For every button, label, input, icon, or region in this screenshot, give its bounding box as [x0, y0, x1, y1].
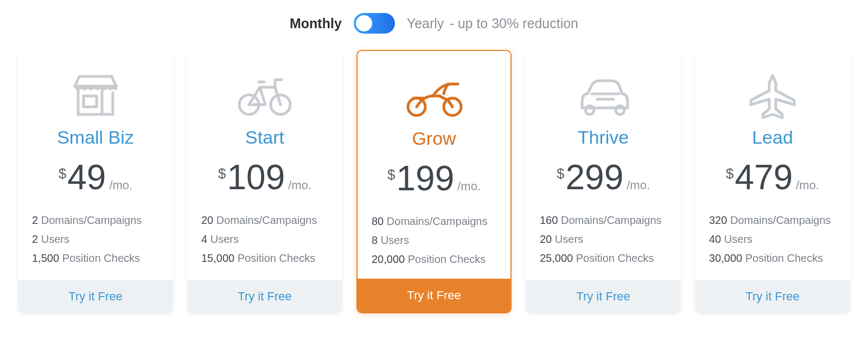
svg-point-6 [616, 106, 624, 114]
plan-name: Lead [709, 127, 836, 148]
plan-features: 160 Domains/Campaigns 20 Users 25,000 Po… [540, 211, 667, 268]
try-free-button[interactable]: Try it Free [526, 280, 681, 313]
svg-point-5 [585, 106, 594, 114]
plan-price: $ 109 /mo. [201, 160, 328, 195]
plan-card-thrive: Thrive $ 299 /mo. 160 Domains/Campaigns … [526, 50, 681, 313]
try-free-button[interactable]: Try it Free [18, 280, 173, 313]
plan-features: 2 Domains/Campaigns 2 Users 1,500 Positi… [32, 211, 159, 268]
plan-name: Start [201, 127, 328, 148]
plan-name: Grow [372, 128, 496, 149]
monthly-toggle-label[interactable]: Monthly [290, 16, 342, 31]
plan-card-start: Start $ 109 /mo. 20 Domains/Campaigns 4 … [187, 50, 342, 313]
yearly-discount-note: - up to 30% reduction [449, 16, 578, 31]
plan-price: $ 49 /mo. [32, 160, 159, 195]
plan-name: Small Biz [32, 127, 159, 148]
car-icon [540, 69, 667, 121]
plan-features: 320 Domains/Campaigns 40 Users 30,000 Po… [709, 211, 836, 268]
try-free-button[interactable]: Try it Free [358, 279, 510, 312]
plan-name: Thrive [540, 127, 667, 148]
plan-features: 80 Domains/Campaigns 8 Users 20,000 Posi… [372, 212, 496, 269]
plan-price: $ 199 /mo. [372, 161, 496, 196]
motorcycle-icon [372, 70, 496, 123]
yearly-toggle-label[interactable]: Yearly [407, 16, 444, 31]
bicycle-icon [201, 69, 328, 121]
airplane-icon [709, 69, 836, 121]
plan-card-lead: Lead $ 479 /mo. 320 Domains/Campaigns 40… [695, 50, 850, 313]
try-free-button[interactable]: Try it Free [695, 280, 850, 313]
billing-toggle-row: Monthly Yearly - up to 30% reduction [0, 0, 868, 50]
try-free-button[interactable]: Try it Free [187, 280, 342, 313]
store-icon [32, 69, 159, 121]
pricing-cards: Small Biz $ 49 /mo. 2 Domains/Campaigns … [0, 50, 868, 313]
plan-features: 20 Domains/Campaigns 4 Users 15,000 Posi… [201, 211, 328, 268]
plan-card-grow: Grow $ 199 /mo. 80 Domains/Campaigns 8 U… [356, 50, 512, 313]
plan-price: $ 299 /mo. [540, 160, 667, 195]
svg-rect-0 [84, 96, 97, 107]
billing-toggle-switch[interactable] [354, 13, 395, 34]
plan-price: $ 479 /mo. [709, 160, 836, 195]
plan-card-small-biz: Small Biz $ 49 /mo. 2 Domains/Campaigns … [18, 50, 173, 313]
toggle-knob [356, 15, 372, 31]
